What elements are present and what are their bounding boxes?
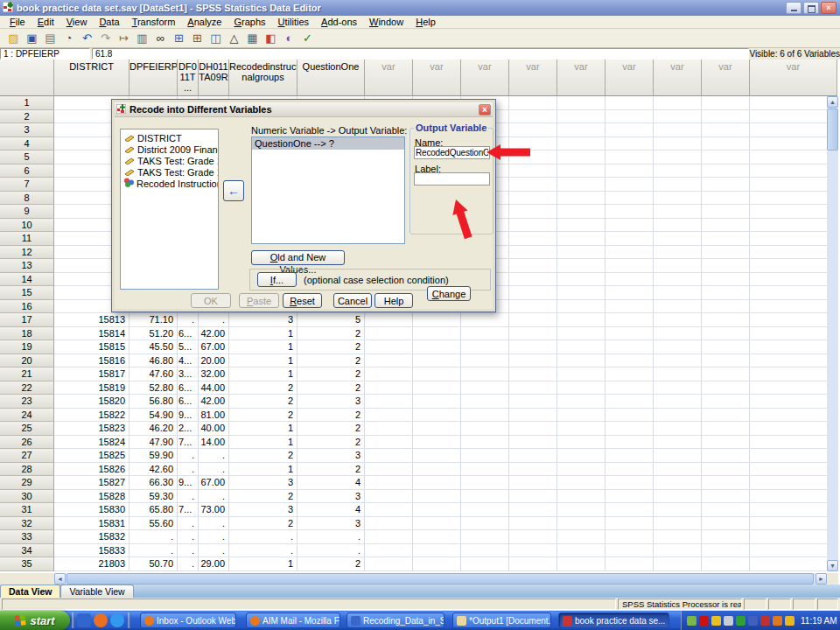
menu-analyze[interactable]: Analyze [181,17,228,27]
data-cell[interactable] [654,530,702,544]
data-cell[interactable]: . [298,530,365,544]
column-header-var-4[interactable]: var [509,60,557,96]
data-cell[interactable] [702,436,750,450]
data-cell[interactable] [461,503,509,517]
data-cell[interactable] [702,354,750,368]
row-header[interactable]: 2 [0,110,54,124]
data-cell[interactable] [702,286,750,300]
data-cell[interactable]: 15828 [54,490,130,504]
data-cell[interactable] [606,530,654,544]
row-header[interactable]: 14 [0,273,54,287]
data-cell[interactable]: 3... [178,368,199,382]
data-cell[interactable]: 45.50 [130,340,178,354]
value-labels-icon[interactable]: ◧ [262,31,280,46]
data-cell[interactable]: 15814 [54,327,130,341]
data-cell[interactable] [509,503,557,517]
security-shield-icon[interactable] [785,616,794,626]
taskbar-button-5[interactable]: book practice data se... [558,612,669,628]
data-cell[interactable]: 7... [178,503,199,517]
scroll-left-button[interactable]: ◄ [54,573,66,584]
data-cell[interactable] [606,300,654,314]
data-cell[interactable]: 15817 [54,368,130,382]
data-cell[interactable] [413,382,461,396]
data-cell[interactable] [750,313,837,327]
data-cell[interactable]: 2 [298,368,365,382]
taskbar-button-2[interactable]: AIM Mail - Mozilla Fir... [246,612,340,628]
column-header-var-1[interactable]: var [365,60,413,96]
data-cell[interactable] [557,286,606,300]
data-cell[interactable]: . [229,544,298,558]
data-cell[interactable] [750,110,837,124]
data-cell[interactable] [413,395,461,409]
internet-explorer-icon[interactable] [110,613,124,627]
tab-data-view[interactable]: Data View [0,584,60,598]
data-cell[interactable]: 81.00 [199,409,229,423]
data-cell[interactable] [461,395,509,409]
data-cell[interactable] [750,530,837,544]
data-cell[interactable] [654,259,702,273]
data-cell[interactable] [365,313,413,327]
data-cell[interactable] [557,164,606,178]
data-cell[interactable] [606,205,654,219]
data-cell[interactable]: . [199,313,229,327]
data-cell[interactable]: 32.00 [199,368,229,382]
data-cell[interactable]: 73.00 [199,503,229,517]
data-cell[interactable] [702,137,750,151]
row-header[interactable]: 8 [0,192,54,206]
row-header[interactable]: 25 [0,422,54,436]
data-cell[interactable]: . [199,490,229,504]
data-cell[interactable]: 4 [298,476,365,490]
data-cell[interactable] [654,395,702,409]
column-header-6[interactable]: QuestionOne [298,60,365,96]
column-header-var-5[interactable]: var [557,60,606,96]
data-cell[interactable] [750,382,837,396]
row-header[interactable]: 32 [0,517,54,531]
data-cell[interactable] [557,327,606,341]
data-cell[interactable] [750,205,837,219]
data-cell[interactable] [606,354,654,368]
firefox-icon[interactable] [94,613,108,627]
cell-editor[interactable]: 61.8 [92,48,750,60]
data-cell[interactable] [750,340,837,354]
data-cell[interactable]: 1 [229,557,298,571]
data-cell[interactable] [606,219,654,233]
data-cell[interactable] [702,123,750,137]
data-cell[interactable] [461,436,509,450]
row-header[interactable]: 22 [0,382,54,396]
data-cell[interactable] [509,313,557,327]
data-cell[interactable] [750,476,837,490]
menu-utilities[interactable]: Utilities [272,17,315,27]
data-cell[interactable] [654,368,702,382]
data-cell[interactable] [461,476,509,490]
data-cell[interactable] [509,557,557,571]
data-cell[interactable]: 3 [229,313,298,327]
data-cell[interactable] [461,409,509,423]
data-cell[interactable] [365,530,413,544]
data-cell[interactable] [654,137,702,151]
data-cell[interactable] [413,327,461,341]
data-cell[interactable]: 3 [298,490,365,504]
data-cell[interactable]: 67.00 [199,476,229,490]
data-cell[interactable]: 54.90 [130,409,178,423]
row-header[interactable]: 30 [0,490,54,504]
data-cell[interactable]: . [130,544,178,558]
data-cell[interactable] [654,354,702,368]
data-cell[interactable] [413,544,461,558]
data-cell[interactable] [509,96,557,110]
horizontal-scroll-thumb[interactable] [66,573,814,584]
data-cell[interactable] [509,150,557,164]
data-cell[interactable] [365,327,413,341]
data-cell[interactable]: . [199,530,229,544]
data-cell[interactable] [557,503,606,517]
data-cell[interactable] [557,449,606,463]
column-header-var-6[interactable]: var [606,60,654,96]
data-cell[interactable]: 2 [229,395,298,409]
data-cell[interactable] [509,110,557,124]
data-cell[interactable] [606,123,654,137]
row-header[interactable]: 15 [0,286,54,300]
row-header[interactable]: 4 [0,137,54,151]
volume-icon[interactable] [724,616,733,626]
row-header[interactable]: 6 [0,164,54,178]
taskbar-button-3[interactable]: Recoding_Data_in_S... [346,612,444,628]
data-cell[interactable] [557,110,606,124]
